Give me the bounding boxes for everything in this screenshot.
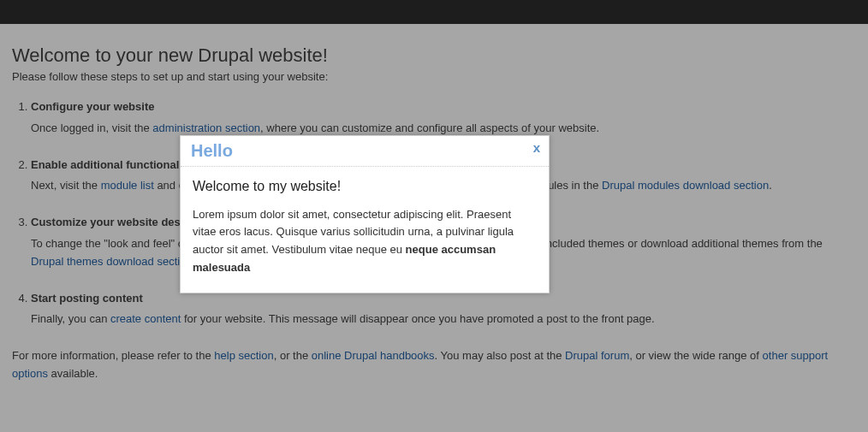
welcome-modal: Hello x Welcome to my website! Lorem ips… xyxy=(180,135,550,293)
modal-welcome-text: Welcome to my website! xyxy=(193,175,537,198)
modal-header: Hello x xyxy=(181,136,549,167)
modal-body: Welcome to my website! Lorem ipsum dolor… xyxy=(181,167,549,293)
modal-title: Hello xyxy=(191,141,233,160)
modal-lorem-text: Lorem ipsum dolor sit amet, consectetur … xyxy=(193,206,537,277)
close-icon[interactable]: x xyxy=(533,141,540,154)
